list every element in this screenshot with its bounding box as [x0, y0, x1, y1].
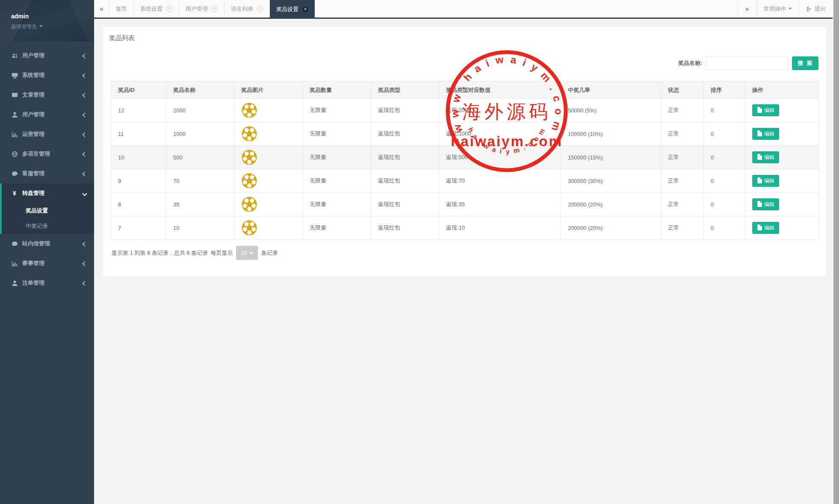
page-scrollbar[interactable]: [833, 0, 839, 504]
caret-down-icon: [789, 8, 792, 10]
chevron-left-icon: [83, 53, 86, 59]
sidebar-item-label: 多语言管理: [22, 150, 83, 158]
sidebar-item-wheel-mgmt[interactable]: ¥转盘管理: [2, 183, 94, 203]
sidebar-item-label: 注单管理: [22, 279, 83, 287]
cell-prize-name: 2000: [166, 99, 234, 122]
sidebar-subitem-prize-settings[interactable]: 奖品设置: [2, 203, 94, 218]
tab-user-mgmt[interactable]: 用户管理×: [179, 0, 225, 18]
cell-value: 返现:500: [439, 146, 561, 169]
cell-prize-name: 10: [166, 216, 234, 240]
search-row: 奖品名称: 搜 索: [678, 56, 818, 70]
cell-status: 正常: [661, 122, 704, 146]
close-tab-icon[interactable]: ×: [212, 6, 218, 12]
search-button[interactable]: 搜 索: [792, 56, 818, 70]
logout-button[interactable]: 退出: [799, 0, 833, 18]
sign-out-icon: [806, 6, 812, 12]
sidebar-item-multilang-mgmt[interactable]: 多语言管理: [0, 144, 94, 164]
edit-button[interactable]: 编辑: [752, 175, 779, 187]
edit-button-label: 编辑: [764, 130, 774, 138]
tabs-scroll-right-button[interactable]: »: [738, 0, 756, 18]
profile-role-dropdown[interactable]: 超级管理员: [11, 23, 94, 30]
cell-prize-image: [234, 122, 303, 146]
table-row: 710无限量返现红包返现:10200000 (20%)正常0编辑: [111, 216, 819, 240]
edit-button[interactable]: 编辑: [752, 222, 779, 234]
cell-actions: 编辑: [745, 122, 819, 146]
sidebar-item-bet-mgmt[interactable]: 注单管理: [0, 273, 94, 293]
column-header: 奖品ID: [111, 82, 166, 99]
close-tab-icon[interactable]: ×: [302, 6, 308, 12]
copy-icon: [757, 130, 764, 138]
tab-prize-settings[interactable]: 奖品设置×: [270, 0, 315, 19]
chevron-left-icon: [83, 72, 86, 79]
tab-label: 系统设置: [140, 5, 162, 13]
cell-prize-id: 11: [111, 122, 166, 146]
tab-home[interactable]: 首页: [109, 0, 134, 18]
cell-actions: 编辑: [745, 169, 819, 193]
chevron-left-icon: [83, 280, 86, 286]
chevron-left-icon: [83, 92, 86, 98]
edit-button[interactable]: 编辑: [752, 151, 779, 163]
sidebar-group-wheel-mgmt: ¥转盘管理奖品设置中奖记录: [0, 183, 94, 234]
copy-icon: [757, 201, 764, 208]
caret-down-icon: [39, 25, 43, 27]
edit-button[interactable]: 编辑: [752, 104, 779, 116]
edit-button-label: 编辑: [764, 177, 774, 185]
sidebar-item-operation-mgmt[interactable]: 运营管理: [0, 124, 94, 144]
sidebar-item-user-mgmt[interactable]: 用户管理: [0, 46, 94, 65]
sidebar-item-service-mgmt[interactable]: 客服管理: [0, 164, 94, 183]
edit-button[interactable]: 编辑: [752, 198, 779, 210]
soccer-ball-icon: [241, 126, 302, 142]
soccer-ball-icon: [241, 149, 302, 165]
cell-actions: 编辑: [745, 146, 819, 169]
cell-quantity: 无限量: [303, 122, 371, 146]
cell-value: 返现:2000: [439, 99, 561, 122]
prize-name-input[interactable]: [706, 56, 789, 70]
copy-icon: [757, 224, 764, 232]
column-header: 操作: [745, 82, 819, 99]
pagination: 显示第 1 到第 6 条记录，总共 6 条记录 每页显示 10 条记录: [112, 246, 281, 260]
sidebar-item-label: 运营管理: [22, 130, 83, 138]
chevron-left-icon: [83, 151, 86, 157]
sidebar-item-match-mgmt[interactable]: 赛事管理: [0, 253, 94, 273]
cell-prize-id: 9: [111, 169, 166, 193]
tab-label: 用户管理: [186, 5, 208, 13]
sidebar-item-label: 转盘管理: [22, 189, 83, 197]
sidebar-item-label: 赛事管理: [22, 259, 83, 267]
cell-prize-name: 500: [166, 146, 234, 169]
cell-prize-name: 1000: [166, 122, 234, 146]
cell-prize-id: 12: [111, 99, 166, 122]
cell-sort: 0: [704, 193, 745, 216]
cell-quantity: 无限量: [303, 169, 371, 193]
sidebar-item-article-mgmt[interactable]: 文章管理: [0, 85, 94, 105]
sidebar-subitem-win-records[interactable]: 中奖记录: [2, 218, 94, 234]
tab-bar: 首页系统设置×用户管理×语言列表×奖品设置×: [109, 0, 315, 18]
sidebar-item-system-mgmt[interactable]: 系统管理: [0, 65, 94, 85]
page-size-dropdown[interactable]: 10: [236, 246, 257, 260]
cell-prize-id: 8: [111, 193, 166, 216]
common-actions-dropdown[interactable]: 常用操作: [756, 0, 799, 18]
tab-system-settings[interactable]: 系统设置×: [134, 0, 179, 18]
yen-icon: ¥: [11, 190, 18, 197]
cell-type: 返现红包: [371, 216, 439, 240]
column-header: 奖品名称: [166, 82, 234, 99]
soccer-ball-icon: [241, 196, 302, 212]
sidebar: admin 超级管理员 用户管理系统管理文章管理用户管理运营管理多语言管理客服管…: [0, 0, 94, 504]
edit-button[interactable]: 编辑: [752, 128, 779, 140]
sidebar-item-member-mgmt[interactable]: 用户管理: [0, 105, 94, 124]
soccer-ball-icon: [241, 102, 302, 118]
cell-quantity: 无限量: [303, 146, 371, 169]
table-row: 970无限量返现红包返现:70300000 (30%)正常0编辑: [111, 169, 819, 193]
user-icon: [11, 280, 18, 286]
cell-prize-image: [234, 99, 303, 122]
search-label: 奖品名称:: [678, 59, 702, 67]
cell-type: 返现红包: [371, 169, 439, 193]
tab-language-list[interactable]: 语言列表×: [225, 0, 270, 18]
cell-value: 返现:70: [439, 169, 561, 193]
cell-status: 正常: [661, 216, 704, 240]
close-tab-icon[interactable]: ×: [166, 6, 172, 12]
cell-type: 返现红包: [371, 99, 439, 122]
tabs-scroll-left-button[interactable]: «: [94, 0, 109, 18]
cell-status: 正常: [661, 99, 704, 122]
close-tab-icon[interactable]: ×: [257, 6, 263, 12]
sidebar-item-mail-mgmt[interactable]: 站内信管理: [0, 234, 94, 253]
